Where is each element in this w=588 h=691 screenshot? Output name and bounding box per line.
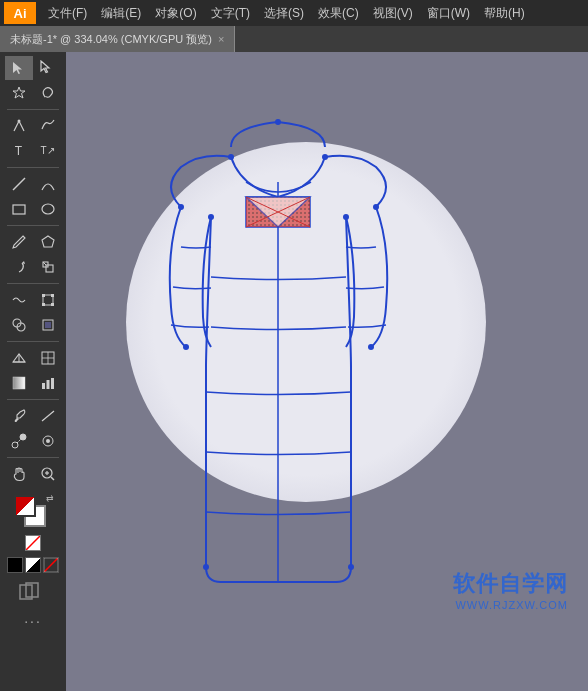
svg-line-40 [26, 536, 40, 550]
pencil-tool[interactable] [5, 230, 33, 254]
svg-point-62 [203, 564, 209, 570]
shape-builder-tool[interactable] [5, 313, 33, 337]
menu-help[interactable]: 帮助(H) [478, 3, 531, 24]
toolbar-divider-2 [7, 167, 59, 168]
artboard-nav[interactable] [18, 581, 48, 607]
tool-row-line [2, 172, 64, 196]
svg-rect-9 [42, 294, 45, 297]
ellipse-tool[interactable] [34, 197, 62, 221]
direct-select-tool[interactable] [34, 56, 62, 80]
watermark: 软件自学网 WWW.RJZXW.COM [453, 569, 568, 611]
svg-point-53 [228, 154, 234, 160]
tool-row-pencil [2, 230, 64, 254]
magic-wand-tool[interactable] [5, 81, 33, 105]
rect-tool[interactable] [5, 197, 33, 221]
swap-fill-stroke-button[interactable]: ⇄ [46, 493, 54, 503]
eyedropper-tool[interactable] [5, 404, 33, 428]
width-tool[interactable] [5, 288, 33, 312]
fill-stroke-indicator[interactable]: ⇄ [12, 493, 54, 531]
menu-object[interactable]: 对象(O) [149, 3, 202, 24]
toolbar-divider-7 [7, 457, 59, 458]
svg-line-27 [42, 419, 44, 421]
svg-point-33 [46, 439, 50, 443]
type-tool[interactable]: T [5, 139, 33, 163]
tool-row-warp [2, 288, 64, 312]
tool-row-gradient [2, 371, 64, 395]
mesh-tool[interactable] [34, 346, 62, 370]
menu-window[interactable]: 窗口(W) [421, 3, 476, 24]
main-layout: T T↗ [0, 52, 588, 691]
tool-row-shape [2, 197, 64, 221]
menu-view[interactable]: 视图(V) [367, 3, 419, 24]
line-tool[interactable] [5, 172, 33, 196]
svg-rect-24 [46, 380, 49, 389]
document-tab[interactable]: 未标题-1* @ 334.04% (CMYK/GPU 预览) × [0, 26, 235, 52]
more-tools-button[interactable]: ··· [24, 613, 42, 629]
svg-point-56 [343, 214, 349, 220]
color-mode-buttons [7, 557, 59, 573]
scale-tool[interactable] [34, 255, 62, 279]
hand-tool[interactable] [5, 462, 33, 486]
tool-row-magic [2, 81, 64, 105]
svg-point-54 [322, 154, 328, 160]
menu-type[interactable]: 文字(T) [205, 3, 256, 24]
jacket-illustration [151, 107, 406, 597]
svg-point-4 [42, 204, 54, 214]
touch-type-tool[interactable]: T↗ [34, 139, 62, 163]
perspective-tool[interactable] [5, 346, 33, 370]
menu-select[interactable]: 选择(S) [258, 3, 310, 24]
svg-point-60 [183, 344, 189, 350]
rotate-tool[interactable] [5, 255, 33, 279]
watermark-main-text: 软件自学网 [453, 569, 568, 599]
toolbar-divider-4 [7, 283, 59, 284]
color-mode-gradient[interactable] [25, 557, 41, 573]
tool-row-pen [2, 114, 64, 138]
chart-tool[interactable] [34, 371, 62, 395]
live-paint-tool[interactable] [34, 313, 62, 337]
menu-edit[interactable]: 编辑(E) [95, 3, 147, 24]
svg-line-2 [13, 178, 25, 190]
tool-row-eyedropper [2, 404, 64, 428]
color-mode-none[interactable] [43, 557, 59, 573]
pen-tool[interactable] [5, 114, 33, 138]
svg-rect-11 [42, 303, 45, 306]
color-mode-color[interactable] [7, 557, 23, 573]
menu-file[interactable]: 文件(F) [42, 3, 93, 24]
svg-point-57 [178, 204, 184, 210]
symbol-tool[interactable] [34, 429, 62, 453]
curvature-tool[interactable] [34, 114, 62, 138]
fill-box[interactable] [14, 495, 36, 517]
shaper-tool[interactable] [34, 230, 62, 254]
app-logo: Ai [4, 2, 36, 24]
svg-point-1 [17, 120, 20, 123]
svg-rect-25 [51, 378, 54, 389]
svg-point-30 [20, 434, 26, 440]
gradient-tool[interactable] [5, 371, 33, 395]
arc-tool[interactable] [34, 172, 62, 196]
menu-effect[interactable]: 效果(C) [312, 3, 365, 24]
blend-tool[interactable] [5, 429, 33, 453]
none-color-indicator[interactable] [25, 535, 41, 551]
svg-marker-0 [13, 87, 25, 98]
toolbar-divider-3 [7, 225, 59, 226]
tool-row-hand [2, 462, 64, 486]
tool-row-perspective [2, 346, 64, 370]
tool-row-shape-builder [2, 313, 64, 337]
tool-row-type: T T↗ [2, 139, 64, 163]
svg-line-28 [52, 411, 54, 413]
canvas-area[interactable]: 软件自学网 WWW.RJZXW.COM [66, 52, 588, 691]
free-transform-tool[interactable] [34, 288, 62, 312]
measure-tool[interactable] [34, 404, 62, 428]
zoom-tool[interactable] [34, 462, 62, 486]
tool-row-select [2, 56, 64, 80]
tab-close-button[interactable]: × [218, 33, 224, 45]
menu-bar: Ai 文件(F) 编辑(E) 对象(O) 文字(T) 选择(S) 效果(C) 视… [0, 0, 588, 26]
svg-line-31 [17, 439, 21, 443]
select-tool[interactable] [5, 56, 33, 80]
toolbar-divider-1 [7, 109, 59, 110]
lasso-tool[interactable] [34, 81, 62, 105]
left-toolbar: T T↗ [0, 52, 66, 691]
touch-type-icon: T↗ [40, 146, 54, 156]
svg-rect-22 [13, 377, 25, 389]
tab-bar: 未标题-1* @ 334.04% (CMYK/GPU 预览) × [0, 26, 588, 52]
